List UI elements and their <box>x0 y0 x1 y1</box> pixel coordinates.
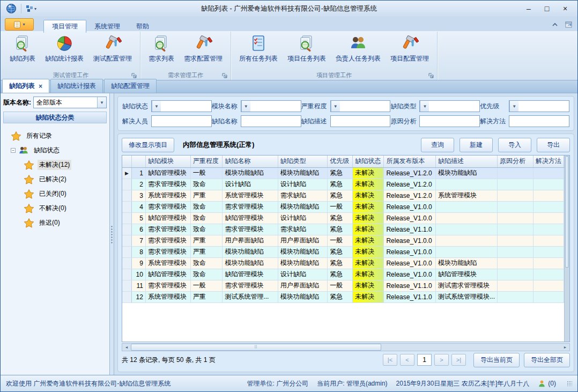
ribbon-button-缺陷统计报表[interactable]: 缺陷统计报表 <box>40 33 88 64</box>
cell[interactable] <box>498 201 533 212</box>
filter-combo-严重程度[interactable]: ▼ <box>330 100 391 112</box>
column-header-缺陷类型[interactable]: 缺陷类型 <box>278 156 327 167</box>
cell[interactable]: 缺陷管理模块 <box>435 269 497 280</box>
cell[interactable]: 缺陷管理模块 <box>145 269 190 280</box>
cell[interactable]: 未解决 <box>353 224 384 235</box>
cell[interactable]: 系统管理模块 <box>145 291 190 302</box>
row-indicator[interactable] <box>122 280 131 291</box>
minimize-button[interactable]: – <box>520 2 538 15</box>
scrollbar-thumb[interactable]: ⠿ <box>131 344 381 351</box>
cell[interactable]: 3 <box>131 190 145 201</box>
cell[interactable]: 2 <box>131 179 145 190</box>
cell[interactable] <box>533 269 564 280</box>
cell[interactable]: 8 <box>131 246 145 257</box>
chevron-down-icon[interactable]: ▼ <box>241 101 250 112</box>
horizontal-scrollbar[interactable]: ◄ ⠿ ► <box>122 343 570 351</box>
chevron-down-icon[interactable]: ▼ <box>509 101 518 112</box>
tree-item-不解决(0)[interactable]: 不解决(0) <box>3 201 107 216</box>
cell[interactable] <box>435 212 497 224</box>
cell[interactable]: 一般 <box>190 167 223 179</box>
collapse-ribbon-icon[interactable] <box>551 20 559 29</box>
cell[interactable]: 未解决 <box>353 257 384 269</box>
cell[interactable]: 模块功能缺陷 <box>278 246 327 257</box>
close-button[interactable]: × <box>556 2 574 15</box>
cell[interactable]: 模块功能缺陷 <box>435 167 497 179</box>
ribbon-tab-帮助[interactable]: 帮助 <box>128 20 157 33</box>
cell[interactable]: Release_V1.0.0 <box>384 269 436 280</box>
filter-input-解决方法[interactable] <box>509 115 569 127</box>
cell[interactable]: Release_V1.2.0 <box>384 190 436 201</box>
version-select[interactable]: 全部版本 ▼ <box>33 97 107 108</box>
cell[interactable]: 设计缺陷 <box>278 212 327 224</box>
cell[interactable] <box>435 201 497 212</box>
row-indicator[interactable] <box>122 257 131 269</box>
last-page-button[interactable]: >| <box>451 354 466 366</box>
cell[interactable]: 模块功能缺陷 <box>278 167 327 179</box>
cell[interactable] <box>498 280 533 291</box>
cell[interactable]: 紧急 <box>328 167 353 179</box>
cell[interactable]: Release_V1.1.0 <box>384 224 436 235</box>
column-header-解决方法[interactable]: 解决方法 <box>533 156 564 167</box>
cell[interactable]: 一般 <box>328 201 353 212</box>
row-indicator[interactable] <box>122 201 131 212</box>
cell[interactable] <box>533 235 564 246</box>
doc-tab-缺陷统计报表[interactable]: 缺陷统计报表 <box>50 79 103 93</box>
scroll-left-icon[interactable]: ◄ <box>122 344 131 351</box>
cell[interactable]: 需求管理模块 <box>145 280 190 291</box>
close-tab-icon[interactable]: × <box>39 83 42 90</box>
column-header-blank[interactable] <box>122 156 131 167</box>
cell[interactable]: 6 <box>131 224 145 235</box>
cell[interactable] <box>435 246 497 257</box>
filter-combo-缺陷状态[interactable]: ▼ <box>151 100 212 112</box>
cell[interactable]: Release_V1.0.0 <box>384 212 436 224</box>
tree-item-缺陷状态[interactable]: −缺陷状态 <box>3 143 107 158</box>
cell[interactable]: 一般 <box>190 280 223 291</box>
cell[interactable] <box>498 246 533 257</box>
row-indicator[interactable]: ▶ <box>122 167 131 179</box>
cell[interactable] <box>498 269 533 280</box>
cell[interactable]: 严重 <box>190 235 223 246</box>
cell[interactable]: Release_V1.0.0 <box>384 201 436 212</box>
cell[interactable] <box>435 235 497 246</box>
cell[interactable] <box>533 291 564 302</box>
ribbon-button-需求配置管理[interactable]: 需求配置管理 <box>179 33 227 64</box>
cell[interactable] <box>533 179 564 190</box>
export-button-导出当前页[interactable]: 导出当前页 <box>473 353 520 367</box>
column-header-缺陷模块[interactable]: 缺陷模块 <box>145 156 190 167</box>
row-indicator[interactable] <box>122 224 131 235</box>
cell[interactable]: 紧急 <box>328 190 353 201</box>
scrollbar-track[interactable] <box>381 344 561 351</box>
cell[interactable]: 需求管理模块 <box>145 246 190 257</box>
dialog-launcher-icon[interactable] <box>428 73 434 78</box>
cell[interactable] <box>533 167 564 179</box>
table-row[interactable]: 12系统管理模块严重测试系统管理...模块功能缺陷紧急未解决Release_V1… <box>122 291 564 302</box>
table-row[interactable]: 6需求管理模块致命需求管理模块需求缺陷紧急未解决Release_V1.1.0 <box>122 224 564 235</box>
dialog-launcher-icon[interactable] <box>131 73 137 78</box>
cell[interactable]: 紧急 <box>328 291 353 302</box>
cell[interactable]: 致命 <box>190 201 223 212</box>
cell[interactable]: 紧急 <box>328 224 353 235</box>
table-row[interactable]: ▶1缺陷管理模块一般模块功能缺陷模块功能缺陷紧急未解决Release_V1.2.… <box>122 167 564 179</box>
action-button-导出[interactable]: 导出 <box>537 138 570 152</box>
cell[interactable]: 5 <box>131 212 145 224</box>
cell[interactable] <box>533 280 564 291</box>
cell[interactable] <box>533 224 564 235</box>
cell[interactable]: 模块功能缺陷 <box>223 167 278 179</box>
chevron-down-icon[interactable]: ▼ <box>152 101 161 112</box>
table-row[interactable]: 9系统管理模块致命模块功能缺陷模块功能缺陷紧急未解决Release_V1.0.0… <box>122 257 564 269</box>
cell[interactable]: 未解决 <box>353 179 384 190</box>
cell[interactable]: 设计缺陷 <box>278 269 327 280</box>
resize-grip-icon[interactable] <box>567 381 572 386</box>
column-header-缺陷描述[interactable]: 缺陷描述 <box>435 156 497 167</box>
cell[interactable]: 严重 <box>190 190 223 201</box>
cell[interactable]: Release_V1.0.0 <box>384 257 436 269</box>
cell[interactable]: 未解决 <box>353 246 384 257</box>
scroll-right-icon[interactable]: ► <box>561 344 569 351</box>
maximize-button[interactable]: □ <box>538 2 556 15</box>
cell[interactable] <box>498 167 533 179</box>
cell[interactable] <box>533 201 564 212</box>
cell[interactable] <box>533 212 564 224</box>
cell[interactable]: Release_V1.1.0 <box>384 291 436 302</box>
chevron-down-icon[interactable]: ▼ <box>97 97 106 108</box>
action-button-新建[interactable]: 新建 <box>460 138 493 152</box>
